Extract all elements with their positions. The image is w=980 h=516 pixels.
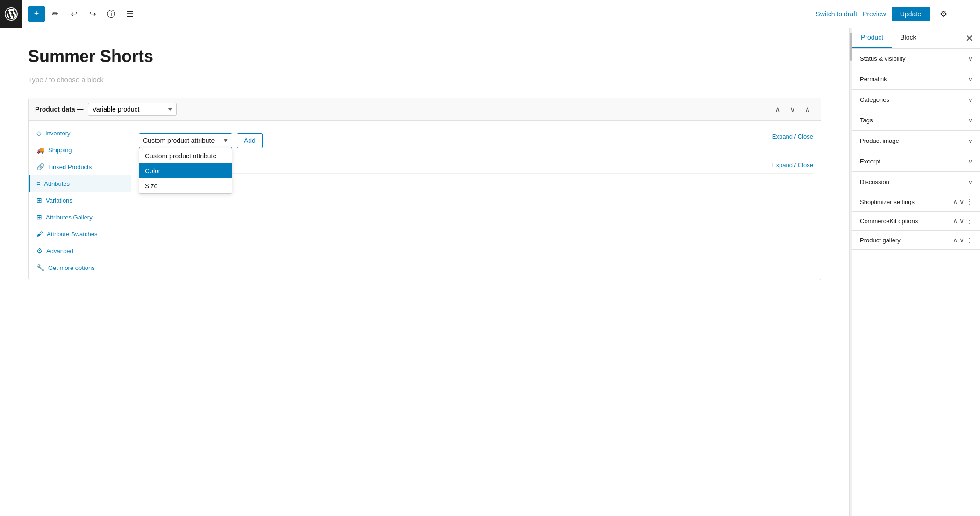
- more-options-button[interactable]: ⋮: [958, 6, 974, 22]
- shoptimizer-up-button[interactable]: ∧: [953, 198, 958, 205]
- commercekit-down-button[interactable]: ∨: [959, 217, 964, 225]
- product-data-sidebar: ◇ Inventory 🚚 Shipping 🔗 Linked Products…: [29, 121, 131, 280]
- shipping-icon: 🚚: [36, 146, 44, 154]
- attr-select-wrapper: Custom product attribute Color Size ▼ Cu…: [139, 133, 232, 148]
- section-tags-header[interactable]: Tags ∨: [852, 110, 980, 130]
- post-title[interactable]: Summer Shorts: [28, 47, 821, 66]
- commercekit-up-button[interactable]: ∧: [953, 217, 958, 225]
- chevron-down-icon-tags: ∨: [968, 117, 973, 124]
- section-shoptimizer-settings[interactable]: Shoptimizer settings ∧ ∨ ⋮: [852, 192, 980, 212]
- section-discussion-header[interactable]: Discussion ∨: [852, 172, 980, 192]
- sidebar-item-attributes-label: Attributes: [44, 180, 70, 187]
- tab-product[interactable]: Product: [852, 28, 892, 48]
- add-block-button[interactable]: +: [28, 6, 45, 22]
- section-product-image-header[interactable]: Product image ∨: [852, 131, 980, 151]
- expand-close-link-2[interactable]: Expand / Close: [772, 162, 813, 169]
- section-product-gallery[interactable]: Product gallery ∧ ∨ ⋮: [852, 231, 980, 250]
- right-sidebar-header: Product Block ✕: [852, 28, 980, 49]
- sidebar-item-attributes-gallery[interactable]: ⊞ Attributes Gallery: [29, 209, 131, 226]
- chevron-down-icon: ∨: [968, 56, 973, 62]
- product-gallery-up-button[interactable]: ∧: [953, 236, 958, 244]
- section-status-visibility-header[interactable]: Status & visibility ∨: [852, 49, 980, 69]
- chevron-down-icon-permalink: ∨: [968, 76, 973, 83]
- expand-close-link-1[interactable]: Expand / Close: [772, 133, 813, 140]
- section-product-image-title: Product image: [860, 137, 899, 144]
- variations-icon: ⊞: [36, 197, 42, 204]
- section-tags: Tags ∨: [852, 110, 980, 131]
- product-data-section: Product data — Variable product Simple p…: [28, 98, 821, 280]
- block-placeholder[interactable]: Type / to choose a block: [28, 76, 821, 84]
- attr-dropdown-list: Custom product attribute Color Size: [139, 148, 232, 194]
- collapse-toggle-button[interactable]: ∧: [801, 103, 814, 116]
- advanced-icon: ⚙: [36, 247, 43, 254]
- add-attribute-button[interactable]: Add: [237, 133, 263, 148]
- sidebar-item-advanced-label: Advanced: [46, 247, 73, 254]
- section-discussion-title: Discussion: [860, 178, 889, 185]
- chevron-down-icon-excerpt: ∨: [968, 158, 973, 165]
- section-shoptimizer-title: Shoptimizer settings: [860, 198, 950, 205]
- tab-block[interactable]: Block: [892, 28, 924, 48]
- sidebar-item-variations-label: Variations: [46, 197, 72, 204]
- redo-button[interactable]: ↪: [84, 6, 101, 22]
- tools-button[interactable]: ✏: [47, 6, 64, 22]
- collapse-up-button[interactable]: ∧: [771, 103, 784, 116]
- section-excerpt-title: Excerpt: [860, 158, 880, 165]
- undo-button[interactable]: ↩: [65, 6, 82, 22]
- sidebar-item-get-more-options[interactable]: 🔧 Get more options: [29, 259, 131, 276]
- sidebar-item-attributes-gallery-label: Attributes Gallery: [46, 214, 93, 221]
- sidebar-item-linked-products-label: Linked Products: [48, 163, 92, 170]
- section-commercekit-title: CommerceKit options: [860, 218, 950, 225]
- section-status-visibility-title: Status & visibility: [860, 55, 906, 62]
- right-sidebar: Product Block ✕ Status & visibility ∨ Pe…: [849, 28, 980, 516]
- sidebar-scrollbar-thumb: [850, 33, 852, 61]
- attributes-gallery-icon: ⊞: [36, 213, 42, 221]
- product-data-label: Product data —: [35, 106, 83, 113]
- sidebar-item-linked-products[interactable]: 🔗 Linked Products: [29, 158, 131, 175]
- section-product-image: Product image ∨: [852, 131, 980, 151]
- attr-type-select[interactable]: Custom product attribute Color Size: [139, 133, 232, 148]
- preview-button[interactable]: Preview: [863, 10, 886, 18]
- product-gallery-more-button[interactable]: ⋮: [966, 236, 973, 244]
- section-categories-title: Categories: [860, 96, 889, 103]
- settings-button[interactable]: ⚙: [935, 6, 952, 22]
- inventory-icon: ◇: [36, 129, 42, 137]
- attribute-row-1: Custom product attribute Color Size ▼ Cu…: [139, 128, 813, 153]
- section-product-gallery-title: Product gallery: [860, 237, 950, 244]
- switch-to-draft-button[interactable]: Switch to draft: [815, 10, 857, 18]
- dropdown-item-custom[interactable]: Custom product attribute: [139, 148, 232, 163]
- sidebar-item-attribute-swatches[interactable]: 🖌 Attribute Swatches: [29, 226, 131, 242]
- section-permalink-title: Permalink: [860, 76, 887, 83]
- commercekit-more-button[interactable]: ⋮: [966, 217, 973, 225]
- get-more-options-icon: 🔧: [36, 264, 44, 271]
- dropdown-item-size[interactable]: Size: [139, 178, 232, 193]
- close-sidebar-button[interactable]: ✕: [959, 29, 980, 48]
- product-data-body: ◇ Inventory 🚚 Shipping 🔗 Linked Products…: [29, 121, 821, 280]
- shoptimizer-more-button[interactable]: ⋮: [966, 198, 973, 205]
- shoptimizer-down-button[interactable]: ∨: [959, 198, 964, 205]
- commercekit-controls: ∧ ∨ ⋮: [953, 217, 973, 225]
- sidebar-item-shipping[interactable]: 🚚 Shipping: [29, 141, 131, 158]
- sidebar-item-get-more-options-label: Get more options: [48, 264, 95, 271]
- dropdown-item-color[interactable]: Color: [139, 163, 232, 178]
- product-gallery-down-button[interactable]: ∨: [959, 236, 964, 244]
- sidebar-item-attributes[interactable]: ≡ Attributes: [29, 175, 131, 192]
- section-permalink-header[interactable]: Permalink ∨: [852, 69, 980, 89]
- product-data-header: Product data — Variable product Simple p…: [29, 98, 821, 121]
- section-categories-header[interactable]: Categories ∨: [852, 90, 980, 110]
- section-commercekit-options[interactable]: CommerceKit options ∧ ∨ ⋮: [852, 212, 980, 231]
- info-button[interactable]: ⓘ: [103, 6, 120, 22]
- sidebar-item-variations[interactable]: ⊞ Variations: [29, 192, 131, 209]
- main-layout: Summer Shorts Type / to choose a block P…: [0, 28, 980, 516]
- collapse-buttons: ∧ ∨ ∧: [771, 103, 814, 116]
- attributes-icon: ≡: [36, 180, 40, 187]
- sidebar-item-attribute-swatches-label: Attribute Swatches: [47, 231, 97, 238]
- collapse-down-button[interactable]: ∨: [786, 103, 799, 116]
- update-button[interactable]: Update: [892, 7, 930, 21]
- linked-products-icon: 🔗: [36, 163, 44, 170]
- list-view-button[interactable]: ☰: [122, 6, 138, 22]
- sidebar-item-advanced[interactable]: ⚙ Advanced: [29, 242, 131, 259]
- attribute-swatches-icon: 🖌: [36, 230, 43, 238]
- section-excerpt-header[interactable]: Excerpt ∨: [852, 151, 980, 171]
- product-type-select[interactable]: Variable product Simple product Grouped …: [88, 103, 177, 116]
- sidebar-item-inventory[interactable]: ◇ Inventory: [29, 125, 131, 141]
